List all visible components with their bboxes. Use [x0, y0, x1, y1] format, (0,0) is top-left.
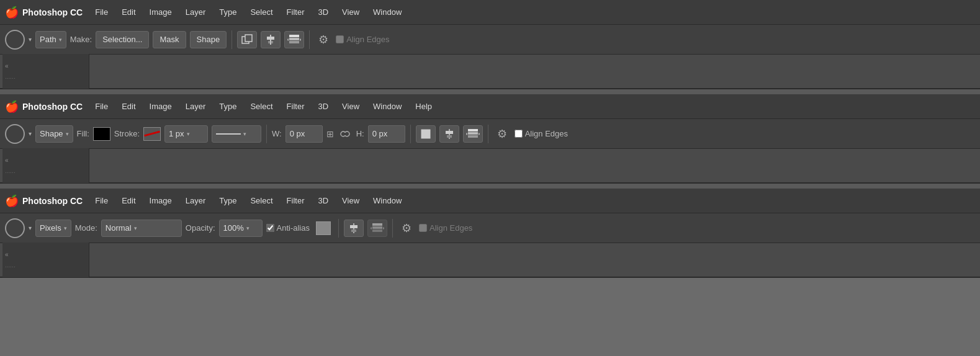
ellipse-tool-icon-2 — [5, 124, 25, 144]
menu-layer-1[interactable]: Layer — [179, 5, 212, 19]
gap-2 — [0, 184, 980, 189]
menu-type-2[interactable]: Type — [213, 99, 243, 113]
align-edges-checkbox-1[interactable] — [336, 35, 344, 43]
settings-gear-button-3[interactable]: ⚙ — [398, 220, 415, 237]
mask-button[interactable]: Mask — [153, 31, 186, 48]
opacity-label: Opacity: — [186, 223, 215, 233]
path-align-icon[interactable] — [261, 31, 281, 48]
menu-type-3[interactable]: Type — [213, 194, 243, 208]
fill-swatch[interactable] — [93, 127, 110, 141]
menu-window-3[interactable]: Window — [367, 194, 408, 208]
svg-rect-25 — [351, 229, 356, 232]
shape-fill-square-icon[interactable] — [416, 125, 436, 143]
svg-rect-19 — [468, 132, 478, 135]
combine-shapes-svg — [241, 33, 253, 46]
stack-icon-3[interactable] — [367, 220, 387, 237]
align-edges-checkbox-3[interactable] — [419, 224, 427, 232]
blend-mode-dropdown[interactable]: Normal ▾ — [101, 220, 182, 237]
svg-marker-30 — [371, 227, 372, 229]
menu-edit-3[interactable]: Edit — [115, 194, 142, 208]
opacity-dropdown[interactable]: 100% ▾ — [219, 220, 263, 237]
settings-gear-button-1[interactable]: ⚙ — [315, 31, 332, 48]
menu-select-1[interactable]: Select — [244, 5, 279, 19]
stroke-style-dropdown[interactable]: ▾ — [212, 125, 261, 143]
side-panel-3: « ...... — [2, 243, 89, 277]
mode-label: Mode: — [75, 223, 97, 233]
svg-marker-10 — [287, 38, 289, 41]
path-mode-dropdown[interactable]: Path ▾ — [35, 31, 66, 48]
shape-mode-dropdown[interactable]: Shape ▾ — [35, 125, 73, 143]
menu-image-2[interactable]: Image — [143, 99, 178, 113]
menu-filter-1[interactable]: Filter — [281, 5, 311, 19]
separator-pixels-2 — [392, 219, 393, 238]
menu-edit-1[interactable]: Edit — [115, 5, 142, 19]
path-combine-icon[interactable] — [237, 31, 257, 48]
shape-button[interactable]: Shape — [190, 31, 227, 48]
stroke-label: Stroke: — [114, 129, 140, 138]
app-title-3: Photoshop CC — [22, 196, 83, 206]
menu-view-1[interactable]: View — [336, 5, 366, 19]
stroke-swatch[interactable] — [143, 127, 161, 141]
stroke-px-dropdown[interactable]: 1 px ▾ — [164, 125, 208, 143]
menu-layer-3[interactable]: Layer — [179, 194, 212, 208]
svg-rect-1 — [245, 35, 252, 42]
menu-image-1[interactable]: Image — [143, 5, 178, 19]
pixels-color-swatch[interactable] — [316, 221, 331, 235]
menu-filter-2[interactable]: Filter — [281, 99, 311, 113]
separator-1 — [232, 30, 232, 49]
stack-icon-2[interactable] — [463, 125, 483, 143]
pixels-mode-label: Pixels — [40, 223, 61, 233]
menu-view-3[interactable]: View — [336, 194, 366, 208]
pixels-mode-dropdown[interactable]: Pixels ▾ — [35, 220, 71, 237]
width-input[interactable] — [285, 125, 323, 143]
menu-view-2[interactable]: View — [336, 99, 366, 113]
section-shape: 🍎 Photoshop CC File Edit Image Layer Typ… — [0, 94, 980, 184]
separator-shape-2 — [410, 125, 411, 143]
blend-mode-value: Normal — [106, 223, 132, 233]
blend-mode-arrow: ▾ — [134, 225, 137, 231]
tool-dropdown-arrow-3[interactable]: ▾ — [29, 225, 32, 231]
anti-alias-checkbox[interactable] — [266, 224, 274, 232]
path-mode-label: Path — [40, 35, 56, 44]
menu-window-1[interactable]: Window — [367, 5, 408, 19]
menu-window-2[interactable]: Window — [367, 99, 408, 113]
menu-3d-3[interactable]: 3D — [312, 194, 335, 208]
menu-image-3[interactable]: Image — [143, 194, 178, 208]
menu-filter-3[interactable]: Filter — [281, 194, 311, 208]
side-panel-content-2: « ...... — [5, 157, 86, 174]
menu-edit-2[interactable]: Edit — [115, 99, 142, 113]
menu-type-1[interactable]: Type — [213, 5, 243, 19]
separator-shape-1 — [266, 125, 267, 143]
tool-dropdown-arrow-2[interactable]: ▾ — [29, 130, 32, 137]
w-label: W: — [272, 129, 282, 138]
side-panel-content-1: « ...... — [5, 63, 86, 80]
side-panel-content-3: « ...... — [5, 251, 86, 269]
menu-file-1[interactable]: File — [89, 5, 114, 19]
link-wh-icon[interactable]: ⊞ — [326, 129, 334, 139]
menu-3d-1[interactable]: 3D — [312, 5, 335, 19]
menu-file-2[interactable]: File — [89, 99, 114, 113]
panel-area-3: « ...... — [0, 243, 980, 278]
settings-gear-button-2[interactable]: ⚙ — [493, 125, 511, 143]
path-stack-icon[interactable] — [284, 31, 304, 48]
fill-square-svg — [420, 128, 431, 140]
selection-button[interactable]: Selection... — [96, 31, 149, 48]
menu-3d-2[interactable]: 3D — [312, 99, 335, 113]
toolbar-path: ▾ Path ▾ Make: Selection... Mask Shape — [0, 25, 980, 55]
menubar-3: 🍎 Photoshop CC File Edit Image Layer Typ… — [0, 189, 980, 213]
collapse-panel-1[interactable]: « — [5, 63, 86, 69]
collapse-panel-2[interactable]: « — [5, 157, 86, 164]
height-input[interactable] — [368, 125, 405, 143]
collapse-panel-3[interactable]: « — [5, 251, 86, 258]
menu-file-3[interactable]: File — [89, 194, 114, 208]
align-edges-checkbox-2[interactable] — [515, 130, 523, 138]
align-icon-2[interactable] — [439, 125, 459, 143]
menu-help-2[interactable]: Help — [409, 99, 438, 113]
menubar-1: 🍎 Photoshop CC File Edit Image Layer Typ… — [0, 0, 980, 25]
menu-select-3[interactable]: Select — [244, 194, 279, 208]
menu-select-2[interactable]: Select — [244, 99, 279, 113]
tool-dropdown-arrow-1[interactable]: ▾ — [29, 36, 32, 43]
svg-rect-27 — [372, 226, 382, 229]
align-icon-3[interactable] — [344, 220, 364, 237]
menu-layer-2[interactable]: Layer — [179, 99, 212, 113]
